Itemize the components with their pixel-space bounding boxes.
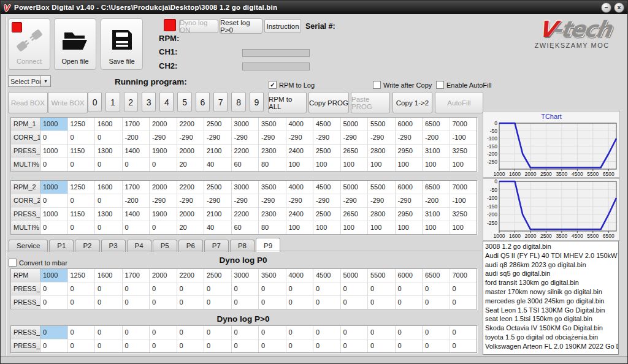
table-cell[interactable]: -290 xyxy=(204,194,232,207)
table-cell[interactable]: 1900 xyxy=(150,145,177,157)
table-cell[interactable]: 2500 xyxy=(204,118,232,131)
table-cell[interactable]: 0 xyxy=(450,339,477,352)
table-cell[interactable]: 2950 xyxy=(396,145,423,157)
table-cell[interactable]: -200 xyxy=(123,131,150,144)
table-cell[interactable]: 3500 xyxy=(259,181,286,194)
table-cell[interactable]: 0 xyxy=(68,326,96,339)
table-cell[interactable]: 2100 xyxy=(204,208,232,221)
file-list-item[interactable]: audi sq5 go digital.bin xyxy=(483,269,618,278)
tab-p5[interactable]: P5 xyxy=(153,240,177,252)
table-cell[interactable]: 0 xyxy=(68,194,96,207)
table-cell[interactable]: -290 xyxy=(396,194,423,207)
table-cell[interactable]: 1600 xyxy=(95,181,123,194)
file-list-item[interactable]: mercedes gle 300d 245km go digital.bin xyxy=(483,297,618,306)
table-cell[interactable]: 0 xyxy=(286,282,314,295)
table-cell[interactable]: 60 xyxy=(232,221,259,234)
table-cell[interactable]: 3000 xyxy=(232,118,259,131)
table-cell[interactable]: 3500 xyxy=(259,118,286,131)
table-cell[interactable]: 0 xyxy=(423,326,450,339)
program-7-button[interactable]: 7 xyxy=(213,92,228,112)
table-cell[interactable]: 2200 xyxy=(177,118,205,131)
table-cell[interactable]: 40 xyxy=(204,221,232,234)
tab-p6[interactable]: P6 xyxy=(178,240,203,252)
table-cell[interactable]: 100 xyxy=(423,221,450,234)
table-cell[interactable]: 4000 xyxy=(286,181,314,194)
table-cell[interactable]: -100 xyxy=(450,194,477,207)
table-cell[interactable]: 0 xyxy=(95,326,123,339)
program-5-button[interactable]: 5 xyxy=(177,92,191,112)
table-cell[interactable]: 1900 xyxy=(150,208,177,221)
table-cell[interactable]: 0 xyxy=(313,296,341,309)
table-cell[interactable]: -290 xyxy=(150,131,177,144)
table-cell[interactable]: 1000 xyxy=(40,269,68,282)
connect-button[interactable]: Connect xyxy=(8,18,50,70)
table-cell[interactable]: 4000 xyxy=(286,118,314,131)
table-cell[interactable]: 5000 xyxy=(341,181,369,194)
table-cell[interactable]: 3100 xyxy=(423,145,450,157)
table-cell[interactable]: 0 xyxy=(40,194,68,207)
file-list-item[interactable]: master 170km nowy silnik go digital.bin xyxy=(483,287,618,297)
table-cell[interactable]: 2200 xyxy=(232,145,259,157)
table-cell[interactable]: -290 xyxy=(286,131,314,144)
program-1-button[interactable]: 1 xyxy=(105,92,120,112)
file-list-item[interactable]: Volkswagen Arteon FL 2.0 190KM 2022 Go D… xyxy=(483,342,618,351)
table-cell[interactable]: 1300 xyxy=(95,145,123,157)
table-cell[interactable]: 100 xyxy=(286,158,314,171)
table-cell[interactable]: 20 xyxy=(177,221,205,234)
table-cell[interactable]: 100 xyxy=(396,221,423,234)
table-cell[interactable]: 3250 xyxy=(450,208,477,221)
table-cell[interactable]: 100 xyxy=(396,158,423,171)
table-cell[interactable]: 0 xyxy=(40,131,68,144)
table-cell[interactable]: 100 xyxy=(450,221,477,234)
file-list-item[interactable]: Seat Leon 1.5 TSI 130KM Go Digital.bin xyxy=(483,306,618,315)
table-cell[interactable]: 0 xyxy=(450,326,477,339)
table-cell[interactable]: 100 xyxy=(368,158,396,171)
table-cell[interactable]: 0 xyxy=(95,131,123,144)
table-cell[interactable]: 1700 xyxy=(123,181,150,194)
table-cell[interactable]: 0 xyxy=(232,282,259,295)
copy-1-2-button[interactable]: Copy 1->2 xyxy=(392,92,432,113)
table-cell[interactable]: 4500 xyxy=(313,269,341,282)
table-cell[interactable]: 0 xyxy=(232,339,259,352)
tab-p7[interactable]: P7 xyxy=(204,240,229,252)
open-file-button[interactable]: Open file xyxy=(54,18,96,70)
table-cell[interactable]: 3000 xyxy=(232,181,259,194)
table-cell[interactable]: 3250 xyxy=(450,145,477,157)
table-cell[interactable]: 0 xyxy=(40,158,68,171)
table-cell[interactable]: 1400 xyxy=(123,208,150,221)
table-cell[interactable]: 1000 xyxy=(40,181,68,194)
table-cell[interactable]: 1150 xyxy=(68,208,96,221)
table-cell[interactable]: -290 xyxy=(313,131,341,144)
table-cell[interactable]: 1000 xyxy=(40,208,68,221)
table-cell[interactable]: 0 xyxy=(95,296,123,309)
program-4-button[interactable]: 4 xyxy=(159,92,174,112)
table-cell[interactable]: 5500 xyxy=(368,269,396,282)
file-list-item[interactable]: seat leon 1.5tsi 150km go digital.bin xyxy=(483,314,618,324)
table-cell[interactable]: 6500 xyxy=(423,269,450,282)
table-cell[interactable]: 7000 xyxy=(450,269,477,282)
table-cell[interactable]: 0 xyxy=(150,221,177,234)
table-cell[interactable]: 0 xyxy=(286,326,314,339)
table-cell[interactable]: 2100 xyxy=(204,145,232,157)
table-cell[interactable]: 0 xyxy=(450,296,477,309)
close-button[interactable]: × xyxy=(614,2,624,13)
table-cell[interactable]: 0 xyxy=(423,296,450,309)
table-cell[interactable]: 0 xyxy=(423,282,450,295)
table-cell[interactable]: 0 xyxy=(177,326,205,339)
table-cell[interactable]: 1150 xyxy=(68,145,96,157)
table-cell[interactable]: 2500 xyxy=(313,208,341,221)
table-cell[interactable]: 0 xyxy=(286,339,314,352)
program-9-button[interactable]: 9 xyxy=(250,92,264,112)
table-cell[interactable]: 0 xyxy=(396,282,423,295)
table-cell[interactable]: 0 xyxy=(341,339,369,352)
table-cell[interactable]: 0 xyxy=(123,339,150,352)
minimize-button[interactable]: – xyxy=(601,2,611,13)
tab-p9[interactable]: P9 xyxy=(256,238,280,252)
table-cell[interactable]: 1600 xyxy=(95,269,123,282)
table-cell[interactable]: 100 xyxy=(286,221,314,234)
table-cell[interactable]: 3100 xyxy=(423,208,450,221)
table-cell[interactable]: 1250 xyxy=(68,269,96,282)
table-cell[interactable]: 2650 xyxy=(341,145,369,157)
table-cell[interactable]: 2200 xyxy=(232,208,259,221)
table-cell[interactable]: 0 xyxy=(150,158,177,171)
